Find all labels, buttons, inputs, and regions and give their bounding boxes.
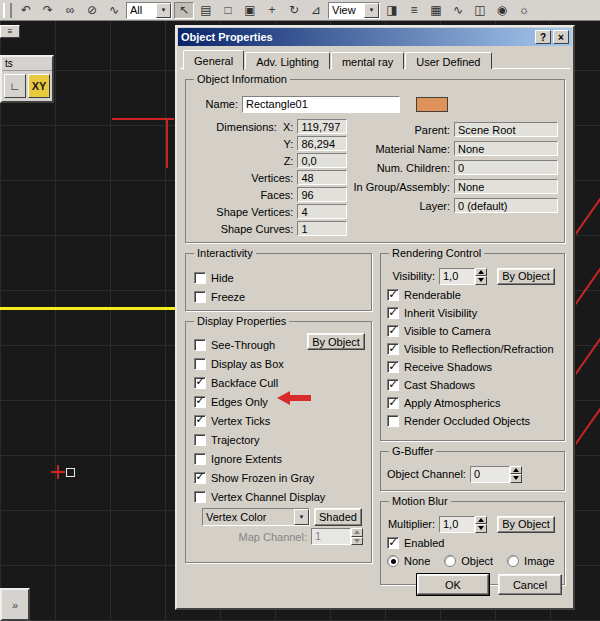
visibility-value[interactable]: 1,0 bbox=[439, 268, 475, 285]
checkbox-box[interactable] bbox=[387, 325, 399, 337]
axis-constraint-button[interactable]: ∟ bbox=[4, 74, 26, 98]
multiplier-spinner[interactable]: 1,0 bbox=[439, 516, 487, 533]
checkbox-box[interactable] bbox=[194, 339, 206, 351]
select-and-link-icon[interactable]: ∞ bbox=[60, 2, 80, 19]
dropdown-arrow-icon[interactable]: ▼ bbox=[156, 3, 171, 18]
cancel-button[interactable]: Cancel bbox=[498, 574, 562, 595]
display-by-object-button[interactable]: By Object bbox=[307, 333, 365, 350]
checkbox-box[interactable] bbox=[194, 415, 206, 427]
visible-to-camera-checkbox[interactable]: Visible to Camera bbox=[387, 322, 558, 340]
checkbox-box[interactable] bbox=[194, 472, 206, 484]
backface-cull-checkbox[interactable]: Backface Cull bbox=[194, 373, 363, 392]
checkbox-box[interactable] bbox=[194, 396, 206, 408]
panel-corner[interactable]: » bbox=[0, 588, 30, 621]
radio-circle[interactable] bbox=[387, 555, 399, 567]
select-and-move-icon[interactable]: + bbox=[262, 2, 282, 19]
spinner-buttons[interactable] bbox=[475, 268, 487, 285]
radio-circle[interactable] bbox=[507, 555, 519, 567]
selection-filter-dropdown[interactable]: All ▼ bbox=[126, 2, 172, 19]
unlink-selection-icon[interactable]: ⊘ bbox=[82, 2, 102, 19]
spin-up-icon[interactable] bbox=[475, 268, 487, 277]
select-and-rotate-icon[interactable]: ↻ bbox=[284, 2, 304, 19]
viewport-menu-chip[interactable]: ≡ bbox=[0, 25, 20, 38]
redo-icon[interactable]: ↷ bbox=[38, 2, 58, 19]
render-occluded-objects-checkbox[interactable]: Render Occluded Objects bbox=[387, 412, 558, 430]
hide-checkbox[interactable]: Hide bbox=[194, 268, 363, 287]
name-input[interactable] bbox=[242, 96, 400, 113]
none-radio[interactable]: None bbox=[387, 552, 430, 570]
spin-down-icon[interactable] bbox=[475, 524, 487, 533]
trajectory-checkbox[interactable]: Trajectory bbox=[194, 430, 363, 449]
select-by-name-icon[interactable]: ▤ bbox=[196, 2, 216, 19]
checkbox-box[interactable] bbox=[194, 291, 206, 303]
schematic-view-icon[interactable]: ◫ bbox=[470, 2, 490, 19]
ok-button[interactable]: OK bbox=[417, 574, 489, 595]
axis-constraints-title[interactable]: ts bbox=[2, 57, 52, 71]
image-radio[interactable]: Image bbox=[507, 552, 555, 570]
toolbar-grip[interactable] bbox=[3, 3, 12, 18]
spin-down-icon[interactable] bbox=[510, 474, 522, 483]
checkbox-box[interactable] bbox=[387, 307, 399, 319]
show-frozen-in-gray-checkbox[interactable]: Show Frozen in Gray bbox=[194, 468, 363, 487]
tab-general[interactable]: General bbox=[183, 50, 244, 70]
checkbox-box[interactable] bbox=[387, 379, 399, 391]
inherit-visibility-checkbox[interactable]: Inherit Visibility bbox=[387, 304, 558, 322]
visibility-spinner[interactable]: 1,0 bbox=[439, 268, 487, 285]
checkbox-box[interactable] bbox=[194, 453, 206, 465]
vertex-color-dropdown[interactable]: Vertex Color ▼ bbox=[202, 508, 310, 526]
checkbox-box[interactable] bbox=[387, 537, 399, 549]
checkbox-box[interactable] bbox=[387, 289, 399, 301]
align-icon[interactable]: ≡ bbox=[404, 2, 424, 19]
motion-blur-by-object-button[interactable]: By Object bbox=[497, 516, 555, 533]
checkbox-box[interactable] bbox=[194, 272, 206, 284]
window-crossing-icon[interactable]: ▣ bbox=[240, 2, 260, 19]
dialog-titlebar[interactable]: Object Properties ? × bbox=[178, 28, 572, 46]
vertex-ticks-checkbox[interactable]: Vertex Ticks bbox=[194, 411, 363, 430]
display-as-box-checkbox[interactable]: Display as Box bbox=[194, 354, 363, 373]
spin-up-icon[interactable] bbox=[510, 466, 522, 475]
checkbox-box[interactable] bbox=[387, 415, 399, 427]
renderable-checkbox[interactable]: Renderable bbox=[387, 286, 558, 304]
radio-circle[interactable] bbox=[444, 555, 456, 567]
xy-constraint-button[interactable]: XY bbox=[28, 74, 50, 98]
select-object-icon[interactable]: ↖ bbox=[174, 2, 194, 19]
vertex-channel-display-checkbox[interactable]: Vertex Channel Display bbox=[194, 487, 363, 506]
visibility-by-object-button[interactable]: By Object bbox=[497, 268, 555, 285]
freeze-checkbox[interactable]: Freeze bbox=[194, 287, 363, 306]
tab-mental-ray[interactable]: mental ray bbox=[331, 52, 404, 69]
layer-manager-icon[interactable]: ▦ bbox=[426, 2, 446, 19]
rectangular-selection-icon[interactable]: □ bbox=[218, 2, 238, 19]
curve-editor-icon[interactable]: ∿ bbox=[448, 2, 468, 19]
object-channel-value[interactable]: 0 bbox=[470, 466, 510, 483]
dropdown-arrow-icon[interactable]: ▼ bbox=[364, 3, 379, 18]
object-radio[interactable]: Object bbox=[444, 552, 493, 570]
checkbox-box[interactable] bbox=[387, 343, 399, 355]
checkbox-box[interactable] bbox=[194, 434, 206, 446]
checkbox-box[interactable] bbox=[387, 361, 399, 373]
shaded-button[interactable]: Shaded bbox=[314, 508, 362, 526]
render-setup-icon[interactable]: ☼ bbox=[514, 2, 534, 19]
object-color-swatch[interactable] bbox=[416, 97, 448, 112]
checkbox-box[interactable] bbox=[194, 358, 206, 370]
tab-user-defined[interactable]: User Defined bbox=[405, 52, 491, 69]
close-button[interactable]: × bbox=[553, 30, 569, 44]
tab-adv-lighting[interactable]: Adv. Lighting bbox=[245, 52, 330, 69]
undo-icon[interactable]: ↶ bbox=[16, 2, 36, 19]
spinner-buttons[interactable] bbox=[475, 516, 487, 533]
apply-atmospherics-checkbox[interactable]: Apply Atmospherics bbox=[387, 394, 558, 412]
multiplier-value[interactable]: 1,0 bbox=[439, 516, 475, 533]
bind-to-space-warp-icon[interactable]: ∿ bbox=[104, 2, 124, 19]
receive-shadows-checkbox[interactable]: Receive Shadows bbox=[387, 358, 558, 376]
spinner-buttons[interactable] bbox=[510, 466, 522, 483]
cast-shadows-checkbox[interactable]: Cast Shadows bbox=[387, 376, 558, 394]
help-button[interactable]: ? bbox=[535, 30, 551, 44]
spin-up-icon[interactable] bbox=[475, 516, 487, 525]
object-channel-spinner[interactable]: 0 bbox=[470, 466, 522, 483]
dropdown-arrow-icon[interactable]: ▼ bbox=[294, 509, 309, 525]
visible-to-reflection-checkbox[interactable]: Visible to Reflection/Refraction bbox=[387, 340, 558, 358]
ignore-extents-checkbox[interactable]: Ignore Extents bbox=[194, 449, 363, 468]
checkbox-box[interactable] bbox=[194, 377, 206, 389]
reference-coordinate-dropdown[interactable]: View ▼ bbox=[328, 2, 380, 19]
enabled-checkbox[interactable]: Enabled bbox=[387, 534, 558, 552]
checkbox-box[interactable] bbox=[194, 491, 206, 503]
